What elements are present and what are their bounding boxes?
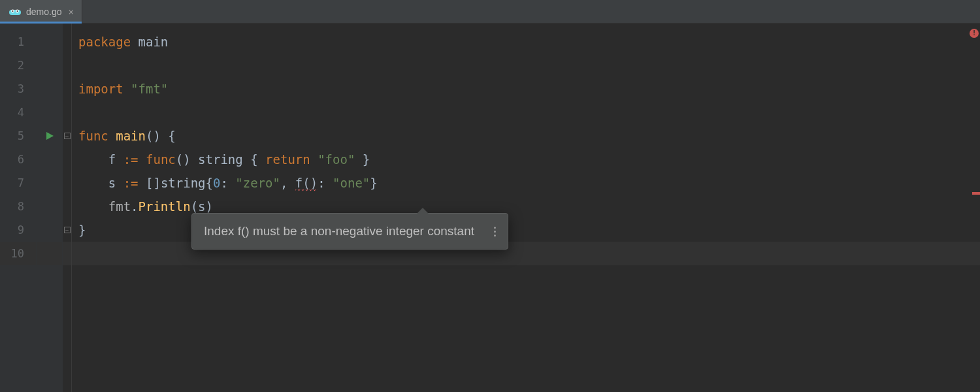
- svg-marker-5: [46, 132, 54, 140]
- line-number: 3: [0, 77, 36, 101]
- error-stripe-bar[interactable]: !: [971, 24, 980, 392]
- line-number-gutter: 1 2 3 4 5 6 7 8 9 10: [0, 24, 37, 392]
- line-number: 1: [0, 30, 36, 54]
- code-line[interactable]: s := []string{0: "zero", f(): "one"}: [72, 171, 980, 195]
- code-line[interactable]: [72, 101, 980, 124]
- line-number: 7: [0, 171, 36, 195]
- line-number: 10: [0, 242, 36, 265]
- code-line[interactable]: func main() {: [72, 124, 980, 148]
- svg-point-4: [17, 10, 18, 12]
- line-number: 9: [0, 218, 36, 242]
- error-tooltip-text: Index f() must be a non-negative integer…: [204, 224, 474, 238]
- fold-gutter: − −: [63, 24, 72, 392]
- error-tooltip: Index f() must be a non-negative integer…: [191, 213, 508, 250]
- code-line[interactable]: import "fmt": [72, 77, 980, 101]
- line-number: 2: [0, 54, 36, 77]
- run-gutter-icon[interactable]: [45, 131, 54, 140]
- close-tab-icon[interactable]: ×: [67, 7, 74, 17]
- fold-toggle-icon[interactable]: −: [64, 227, 71, 233]
- code-line[interactable]: [72, 54, 980, 77]
- file-tab-demo-go[interactable]: demo.go ×: [0, 0, 82, 23]
- code-line[interactable]: package main: [72, 30, 980, 54]
- line-number: 8: [0, 195, 36, 218]
- code-line[interactable]: f := func() string { return "foo" }: [72, 148, 980, 171]
- error-marker[interactable]: [972, 192, 980, 195]
- svg-rect-0: [9, 10, 21, 15]
- line-number: 6: [0, 148, 36, 171]
- run-gutter: [37, 24, 63, 392]
- file-tab-label: demo.go: [26, 7, 61, 17]
- editor-tab-bar: demo.go ×: [0, 0, 980, 24]
- fold-toggle-icon[interactable]: −: [64, 133, 71, 139]
- error-span[interactable]: f(): [295, 176, 318, 191]
- code-area[interactable]: package main import "fmt" func main() { …: [72, 24, 980, 392]
- line-number: 4: [0, 101, 36, 124]
- svg-point-3: [12, 10, 14, 12]
- go-file-icon: [9, 7, 21, 16]
- code-editor[interactable]: 1 2 3 4 5 6 7 8 9 10 −: [0, 24, 980, 392]
- inspection-status-icon[interactable]: !: [970, 29, 979, 38]
- tooltip-actions-icon[interactable]: [490, 223, 500, 240]
- line-number: 5: [0, 124, 36, 148]
